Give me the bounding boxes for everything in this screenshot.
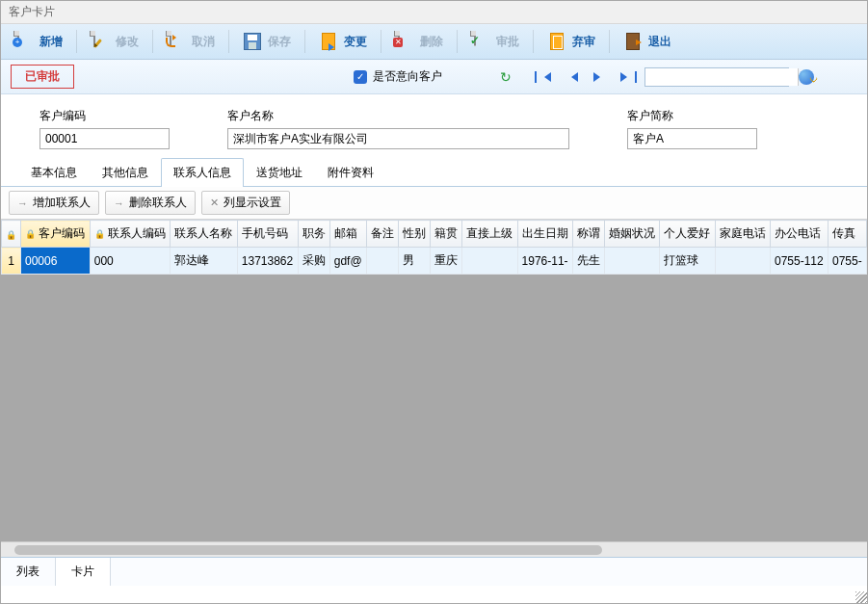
button-label: 删除	[420, 34, 443, 50]
new-button[interactable]: +新增	[7, 28, 70, 55]
bottom-tab-0[interactable]: 列表	[1, 558, 56, 586]
column-header[interactable]: 称谓	[572, 221, 604, 248]
save-icon	[244, 33, 261, 50]
button-label: 增加联系人	[33, 195, 91, 211]
add-contact-button[interactable]: →增加联系人	[9, 191, 99, 215]
contacts-sub-toolbar: →增加联系人→删除联系人✕列显示设置	[1, 187, 867, 220]
column-header[interactable]: 🔒	[2, 221, 21, 248]
cell[interactable]: 13713862	[237, 248, 298, 275]
save-button: 保存	[235, 28, 299, 55]
tab-1[interactable]: 其他信息	[90, 158, 161, 187]
next-icon	[593, 72, 605, 82]
cell[interactable]: 0755-112	[770, 248, 828, 275]
delete-contact-button[interactable]: →删除联系人	[105, 191, 196, 215]
column-header[interactable]: 联系人名称	[171, 221, 237, 248]
tab-3[interactable]: 送货地址	[244, 158, 315, 187]
abandon-button[interactable]: 弃审	[539, 28, 603, 55]
cell[interactable]: 0755-	[829, 248, 867, 275]
tab-0[interactable]: 基本信息	[18, 158, 90, 187]
exit-button[interactable]: 退出	[616, 28, 679, 55]
column-header[interactable]: 🔒 客户编码	[21, 221, 91, 248]
approval-badge: 已审批	[11, 65, 74, 89]
search-box[interactable]: ▾	[644, 67, 789, 87]
resize-grip-icon[interactable]	[855, 591, 867, 603]
exit-icon	[626, 33, 640, 50]
column-header[interactable]: 个人爱好	[660, 221, 715, 248]
lock-icon: 🔒	[6, 230, 16, 240]
column-header[interactable]: 备注	[366, 221, 398, 248]
column-header[interactable]: 职务	[298, 221, 329, 248]
column-header[interactable]: 办公电话	[770, 221, 828, 248]
column-header[interactable]: 邮箱	[329, 221, 366, 248]
refresh-icon[interactable]: ↻	[500, 69, 512, 85]
customer-code-input[interactable]	[39, 128, 170, 149]
column-header[interactable]: 直接上级	[462, 221, 517, 248]
customer-code-field: 客户编码	[39, 108, 170, 149]
button-label: 弃审	[572, 34, 595, 50]
cell[interactable]: 00006	[21, 248, 91, 275]
column-header[interactable]: 婚姻状况	[605, 221, 660, 248]
edit-icon	[91, 32, 110, 51]
column-header[interactable]: 传真	[829, 221, 867, 248]
cell[interactable]: 重庆	[431, 248, 462, 275]
horizontal-scrollbar[interactable]	[1, 541, 867, 557]
column-header[interactable]: 手机号码	[237, 221, 298, 248]
customer-short-input[interactable]	[627, 128, 757, 149]
prev-icon	[566, 72, 578, 82]
delete-button: ✕删除	[387, 28, 451, 55]
first-icon	[539, 72, 551, 82]
column-settings-button[interactable]: ✕列显示设置	[201, 191, 290, 215]
cell[interactable]: 打篮球	[660, 248, 715, 275]
column-header[interactable]: 出生日期	[517, 221, 572, 248]
search-input[interactable]	[645, 68, 798, 86]
column-header[interactable]: 🔒 联系人编码	[90, 221, 171, 248]
button-label: 列显示设置	[224, 195, 281, 211]
customer-short-field: 客户简称	[627, 108, 757, 149]
button-label: 新增	[39, 34, 63, 50]
column-header[interactable]: 家庭电话	[715, 221, 770, 248]
customer-name-field: 客户名称	[227, 108, 569, 149]
cell[interactable]	[366, 248, 398, 275]
field-label: 客户名称	[227, 108, 569, 124]
tool-icon: →	[114, 197, 124, 209]
column-header[interactable]: 籍贯	[431, 221, 462, 248]
tab-2[interactable]: 联系人信息	[161, 158, 244, 187]
customer-name-input[interactable]	[227, 128, 569, 149]
nav-last-button[interactable]	[618, 68, 635, 86]
window-title: 客户卡片	[9, 5, 55, 18]
field-label: 客户简称	[627, 108, 757, 124]
contacts-grid[interactable]: 🔒🔒 客户编码🔒 联系人编码联系人名称手机号码职务邮箱备注性别籍贯直接上级出生日…	[1, 220, 867, 275]
nav-prev-button[interactable]	[564, 68, 581, 86]
cell[interactable]: 1976-11-	[517, 248, 572, 275]
abandon-icon	[550, 33, 564, 50]
cell[interactable]	[715, 248, 770, 275]
scrollbar-thumb[interactable]	[14, 545, 602, 555]
cell[interactable]: 男	[398, 248, 430, 275]
nav-first-button[interactable]	[537, 68, 554, 86]
cell[interactable]: 郭达峰	[171, 248, 237, 275]
globe-search-icon[interactable]	[799, 69, 814, 85]
cell[interactable]: 1	[2, 248, 21, 275]
intent-customer-checkbox[interactable]: ✓ 是否意向客户	[354, 68, 442, 85]
cell[interactable]: 000	[90, 248, 171, 275]
column-header[interactable]: 性别	[398, 221, 430, 248]
cell[interactable]: 先生	[572, 248, 604, 275]
table-row[interactable]: 100006000郭达峰13713862采购gdf@男重庆1976-11-先生打…	[2, 248, 867, 275]
cell[interactable]	[462, 248, 517, 275]
cell[interactable]	[605, 248, 660, 275]
change-button[interactable]: 变更	[311, 28, 375, 55]
checkbox-label: 是否意向客户	[373, 68, 442, 85]
cell[interactable]: 采购	[298, 248, 329, 275]
approve-button: ✓审批	[463, 28, 527, 55]
nav-next-button[interactable]	[591, 68, 608, 86]
button-label: 删除联系人	[129, 195, 187, 211]
status-bar: 已审批 ✓ 是否意向客户 ↻ ▾	[1, 60, 867, 94]
button-label: 退出	[648, 34, 671, 50]
lock-icon: 🔒	[94, 229, 105, 239]
tab-4[interactable]: 附件资料	[315, 158, 386, 187]
undo-icon	[167, 32, 186, 51]
bottom-tab-1[interactable]: 卡片	[56, 558, 111, 586]
button-label: 审批	[496, 34, 519, 50]
cell[interactable]: gdf@	[329, 248, 366, 275]
tool-icon: →	[17, 197, 28, 209]
